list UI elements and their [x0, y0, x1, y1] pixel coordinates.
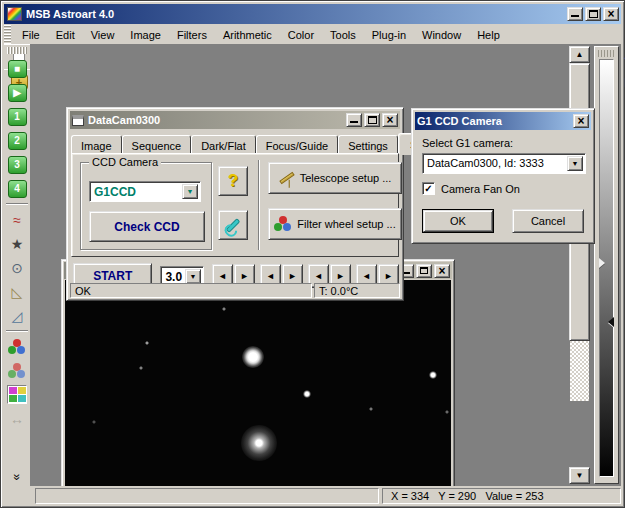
preset-3-button: 3: [8, 156, 27, 174]
tab-focus-guide[interactable]: Focus/Guide: [256, 135, 338, 154]
camera-help-button[interactable]: ?: [218, 166, 248, 196]
camera-status-text: OK: [70, 283, 312, 298]
preset-3-button[interactable]: 3: [5, 153, 29, 176]
menu-arithmetic[interactable]: Arithmetic: [215, 27, 280, 43]
more-buttons-icon[interactable]: »: [10, 474, 24, 481]
preset-1-button[interactable]: 1: [5, 105, 29, 128]
datacam-minimize-button[interactable]: [346, 113, 362, 127]
telescope-icon: [279, 172, 294, 184]
astroart-main-window: MSB Astroart 4.0 × FileEditViewImageFilt…: [0, 0, 625, 508]
dropdown-arrow-icon[interactable]: ▼: [182, 184, 198, 199]
star: [241, 425, 277, 461]
graph-tool-icon[interactable]: ≈: [5, 208, 29, 231]
maximize-button[interactable]: [585, 7, 601, 21]
datacam-statusbar: OK T: 0.0°C: [69, 283, 401, 298]
g1-close-button[interactable]: ×: [573, 114, 589, 128]
menu-color[interactable]: Color: [280, 27, 322, 43]
setup-tab-panel: CCD Camera G1CCD ▼ Check CCD ? Telescope…: [71, 153, 399, 257]
star: [139, 366, 143, 370]
tab-sequence[interactable]: Sequence: [122, 135, 192, 154]
scroll-up-icon[interactable]: ▲: [569, 46, 590, 63]
magnifier-tool-icon: ⊙: [11, 260, 23, 276]
datacam-close-button[interactable]: ×: [382, 113, 398, 127]
preset-2-button: 2: [8, 132, 27, 150]
ccd-camera-group-label: CCD Camera: [89, 156, 161, 168]
magnifier-tool-icon[interactable]: ⊙: [5, 256, 29, 279]
menu-help[interactable]: Help: [469, 27, 508, 43]
minimize-button[interactable]: [567, 7, 583, 21]
datacam-maximize-button[interactable]: [364, 113, 380, 127]
dropdown-arrow-icon[interactable]: ▼: [567, 156, 583, 171]
measure-tool-icon[interactable]: ◺: [5, 280, 29, 303]
menu-edit[interactable]: Edit: [48, 27, 83, 43]
menu-grip[interactable]: [4, 25, 11, 44]
levels-gradient-strip[interactable]: [599, 59, 614, 477]
preset-4-button[interactable]: 4: [5, 177, 29, 200]
menu-view[interactable]: View: [83, 27, 123, 43]
stretch-icon: ↔: [5, 407, 29, 430]
play-button: ▶: [8, 84, 27, 102]
tab-image[interactable]: Image: [71, 135, 122, 154]
camera-settings-button[interactable]: [218, 210, 248, 240]
g1-camera-select[interactable]: DataCam0300, Id: 3333 ▼: [422, 153, 586, 174]
star: [369, 407, 373, 411]
select-tool-icon[interactable]: ◿: [5, 304, 29, 327]
cursor-readout: X = 334 Y = 290 Value = 253: [382, 488, 621, 504]
app-title: MSB Astroart 4.0: [26, 8, 114, 20]
ok-button[interactable]: OK: [423, 210, 493, 232]
left-toolbar-grip[interactable]: [7, 47, 27, 54]
menu-bar: FileEditViewImageFiltersArithmeticColorT…: [4, 25, 621, 44]
color-rgb-icon[interactable]: [5, 335, 29, 358]
camera-fan-label: Camera Fan On: [441, 183, 520, 195]
stretch-icon: ↔: [10, 411, 24, 427]
color-palette-icon[interactable]: [5, 383, 29, 406]
close-button[interactable]: ×: [603, 7, 619, 21]
filter-wheel-setup-button[interactable]: Filter wheel setup ...: [268, 208, 402, 240]
preset-1-button: 1: [8, 108, 27, 126]
tab-settings[interactable]: Settings: [338, 135, 398, 154]
telescope-setup-button[interactable]: Telescope setup ...: [268, 162, 402, 194]
app-logo-icon: [7, 7, 22, 21]
main-titlebar: MSB Astroart 4.0 ×: [4, 4, 621, 24]
ok-button-default-ring: OK: [422, 209, 494, 233]
play-button[interactable]: ▶: [5, 81, 29, 104]
mdi-workspace: × DataCam0300 × ImageSequenceDark/FlatFo…: [30, 44, 621, 486]
star: [222, 307, 226, 311]
datacam-window-icon: [72, 115, 84, 126]
check-ccd-button[interactable]: Check CCD: [89, 211, 205, 242]
camera-fan-checkbox[interactable]: ✓: [422, 182, 435, 195]
g1-title: G1 CCD Camera: [417, 115, 502, 127]
menu-image[interactable]: Image: [122, 27, 169, 43]
color-lrgb-icon[interactable]: [5, 359, 29, 382]
toolbar-separator: [6, 203, 28, 205]
preset-2-button[interactable]: 2: [5, 129, 29, 152]
menu-plug-in[interactable]: Plug-in: [364, 27, 414, 43]
select-camera-label: Select G1 camera:: [422, 137, 513, 149]
white-level-marker[interactable]: [599, 258, 605, 268]
star-image-canvas[interactable]: [65, 280, 451, 486]
image-close-button[interactable]: ×: [434, 264, 450, 278]
scroll-down-icon[interactable]: ▼: [569, 467, 590, 484]
menu-file[interactable]: File: [14, 27, 48, 43]
datacam-dialog: DataCam0300 × ImageSequenceDark/FlatFocu…: [66, 107, 404, 301]
color-rgb-icon: [8, 339, 26, 355]
color-lrgb-icon: [8, 363, 26, 379]
menu-tools[interactable]: Tools: [322, 27, 364, 43]
status-bar: X = 334 Y = 290 Value = 253: [4, 486, 621, 504]
levels-grip[interactable]: [598, 50, 615, 57]
menu-window[interactable]: Window: [414, 27, 469, 43]
g1-camera-dialog: G1 CCD Camera × Select G1 camera: DataCa…: [411, 108, 595, 244]
stop-button[interactable]: ■: [5, 57, 29, 80]
scrollbar-track[interactable]: [570, 341, 589, 401]
statusbar-spacer: [4, 488, 32, 504]
image-maximize-button[interactable]: [416, 264, 432, 278]
ccd-camera-select[interactable]: G1CCD ▼: [89, 181, 201, 202]
star-tool-icon[interactable]: ★: [5, 232, 29, 255]
tab-dark-flat[interactable]: Dark/Flat: [191, 135, 256, 154]
cancel-button[interactable]: Cancel: [512, 209, 584, 233]
menu-filters[interactable]: Filters: [169, 27, 215, 43]
star-tool-icon: ★: [11, 236, 24, 252]
black-level-marker[interactable]: [608, 317, 614, 327]
star: [242, 346, 264, 368]
dropdown-arrow-icon[interactable]: ▼: [185, 269, 201, 284]
